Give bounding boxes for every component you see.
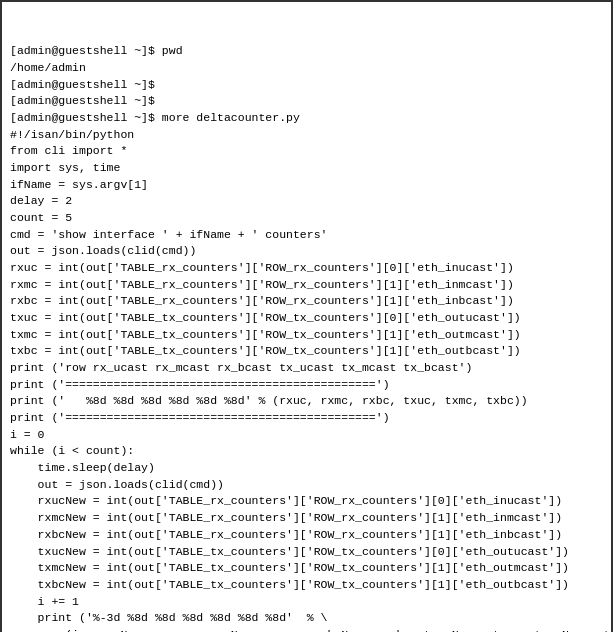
- terminal-line: out = json.loads(clid(cmd)): [10, 477, 603, 494]
- terminal-line: count = 5: [10, 210, 603, 227]
- terminal-line: rxucNew = int(out['TABLE_rx_counters']['…: [10, 493, 603, 510]
- terminal-line: [admin@guestshell ~]$: [10, 77, 603, 94]
- terminal-line: (i, rxucNew - rxuc, rxmcNew - rxmc, rxbc…: [10, 627, 603, 632]
- terminal-line: txbcNew = int(out['TABLE_tx_counters']['…: [10, 577, 603, 594]
- terminal-line: out = json.loads(clid(cmd)): [10, 243, 603, 260]
- terminal-line: print ('row rx_ucast rx_mcast rx_bcast t…: [10, 360, 603, 377]
- terminal-line: cmd = 'show interface ' + ifName + ' cou…: [10, 227, 603, 244]
- terminal-line: txuc = int(out['TABLE_tx_counters']['ROW…: [10, 310, 603, 327]
- terminal-line: txmc = int(out['TABLE_tx_counters']['ROW…: [10, 327, 603, 344]
- terminal-line: rxbcNew = int(out['TABLE_rx_counters']['…: [10, 527, 603, 544]
- terminal-line: rxuc = int(out['TABLE_rx_counters']['ROW…: [10, 260, 603, 277]
- terminal-line: delay = 2: [10, 193, 603, 210]
- terminal-line: print (' %8d %8d %8d %8d %8d %8d' % (rxu…: [10, 393, 603, 410]
- terminal-line: rxbc = int(out['TABLE_rx_counters']['ROW…: [10, 293, 603, 310]
- terminal-line: [admin@guestshell ~]$ more deltacounter.…: [10, 110, 603, 127]
- terminal-line: txucNew = int(out['TABLE_tx_counters']['…: [10, 544, 603, 561]
- terminal-line: print ('%-3d %8d %8d %8d %8d %8d %8d' % …: [10, 610, 603, 627]
- terminal-line: [admin@guestshell ~]$: [10, 93, 603, 110]
- terminal-window: [admin@guestshell ~]$ pwd/home/admin[adm…: [0, 0, 613, 632]
- terminal-line: /home/admin: [10, 60, 603, 77]
- terminal-line: [admin@guestshell ~]$ pwd: [10, 43, 603, 60]
- terminal-line: #!/isan/bin/python: [10, 127, 603, 144]
- terminal-line: import sys, time: [10, 160, 603, 177]
- terminal-line: while (i < count):: [10, 443, 603, 460]
- terminal-line: txmcNew = int(out['TABLE_tx_counters']['…: [10, 560, 603, 577]
- terminal-line: i = 0: [10, 427, 603, 444]
- terminal-line: from cli import *: [10, 143, 603, 160]
- terminal-line: print ('================================…: [10, 410, 603, 427]
- terminal-content: [admin@guestshell ~]$ pwd/home/admin[adm…: [10, 10, 603, 632]
- terminal-line: rxmc = int(out['TABLE_rx_counters']['ROW…: [10, 277, 603, 294]
- terminal-line: i += 1: [10, 594, 603, 611]
- terminal-line: time.sleep(delay): [10, 460, 603, 477]
- terminal-line: ifName = sys.argv[1]: [10, 177, 603, 194]
- terminal-line: rxmcNew = int(out['TABLE_rx_counters']['…: [10, 510, 603, 527]
- terminal-line: txbc = int(out['TABLE_tx_counters']['ROW…: [10, 343, 603, 360]
- terminal-line: print ('================================…: [10, 377, 603, 394]
